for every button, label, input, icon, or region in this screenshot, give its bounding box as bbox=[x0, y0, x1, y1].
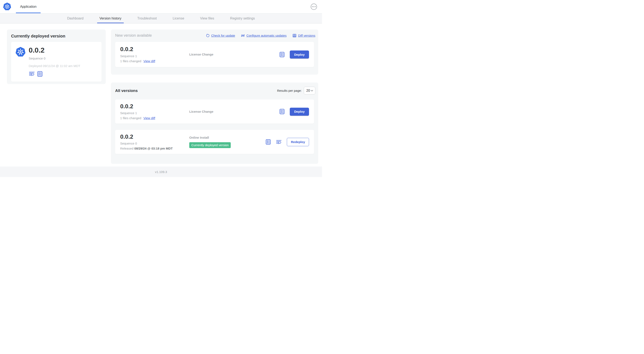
version-row: 0.0.2 Sequence 0 Released 08/29/24 @ 03:… bbox=[115, 130, 314, 154]
results-per-page-select[interactable]: 20 bbox=[304, 87, 315, 95]
config-checklist-button[interactable] bbox=[279, 52, 285, 57]
app-header: Application bbox=[0, 0, 322, 14]
console-version: v1.109.3 bbox=[155, 170, 167, 174]
tab-view-files[interactable]: View files bbox=[192, 14, 222, 23]
version-row: 0.0.2 Sequence 1 1 files changed View di… bbox=[115, 100, 314, 124]
currently-deployed-panel: Currently deployed version bbox=[7, 30, 106, 84]
version-sequence: Sequence 1 bbox=[120, 54, 189, 58]
refresh-icon bbox=[206, 34, 210, 38]
config-checklist-button[interactable] bbox=[279, 109, 285, 114]
tab-dashboard[interactable]: Dashboard bbox=[59, 14, 92, 23]
tab-version-history[interactable]: Version history bbox=[92, 14, 130, 23]
view-diff-link[interactable]: View diff bbox=[144, 116, 155, 120]
check-for-update-link[interactable]: Check for update bbox=[206, 34, 235, 38]
tab-troubleshoot[interactable]: Troubleshoot bbox=[130, 14, 165, 23]
version-source-label: Online Install bbox=[189, 136, 209, 139]
all-versions-title: All versions bbox=[115, 88, 138, 93]
deploy-button[interactable]: Deploy bbox=[290, 108, 309, 116]
version-source-label: License Change bbox=[189, 110, 213, 113]
currently-deployed-badge: Currently deployed version bbox=[189, 142, 231, 148]
results-per-page-label: Results per page: bbox=[277, 89, 302, 92]
schedule-sync-icon bbox=[241, 34, 245, 38]
more-options-button[interactable] bbox=[311, 4, 317, 10]
files-changed-label: 1 files changed bbox=[120, 116, 141, 120]
app-subnav: Dashboard Version history Troubleshoot L… bbox=[0, 14, 322, 24]
new-version-card: 0.0.2 Sequence 1 1 files changed View di… bbox=[115, 42, 314, 67]
deployed-sequence: Sequence 0 bbox=[29, 57, 80, 60]
version-sequence: Sequence 0 bbox=[120, 142, 189, 145]
version-number: 0.0.2 bbox=[120, 103, 189, 109]
ellipsis-menu-icon bbox=[312, 6, 313, 7]
app-tab-application[interactable]: Application bbox=[16, 0, 40, 13]
release-notes-button[interactable] bbox=[276, 140, 282, 144]
lines-magnifier-icon bbox=[276, 140, 282, 144]
new-version-title: New version available bbox=[115, 33, 152, 38]
view-diff-link[interactable]: View diff bbox=[144, 59, 155, 63]
version-source-label: License Change bbox=[189, 53, 213, 56]
tab-license[interactable]: License bbox=[165, 14, 192, 23]
chevron-down-icon bbox=[311, 90, 313, 92]
deployed-panel-title: Currently deployed version bbox=[11, 34, 102, 39]
active-tab-underline bbox=[16, 13, 40, 13]
deployed-version-number: 0.0.2 bbox=[29, 47, 80, 54]
files-changed-label: 1 files changed bbox=[120, 59, 141, 63]
deployed-timestamp: Deployed 09/11/24 @ 11:02 am MDT bbox=[29, 64, 80, 68]
redeploy-button[interactable]: Redeploy bbox=[287, 138, 309, 146]
kubernetes-logo-icon bbox=[3, 0, 11, 13]
diff-versions-link[interactable]: Diff versions bbox=[292, 34, 315, 38]
checklist-icon bbox=[37, 71, 43, 77]
checklist-icon bbox=[279, 109, 285, 114]
release-notes-button[interactable] bbox=[29, 72, 35, 76]
released-timestamp: Released 08/29/24 @ 03:18 pm MDT bbox=[120, 147, 189, 150]
config-checklist-button[interactable] bbox=[37, 71, 43, 77]
deploy-button[interactable]: Deploy bbox=[290, 51, 309, 59]
checklist-icon bbox=[266, 139, 271, 145]
app-tab-label: Application bbox=[20, 5, 36, 9]
main-content: Currently deployed version bbox=[0, 24, 322, 167]
version-sequence: Sequence 1 bbox=[120, 111, 189, 115]
checklist-icon bbox=[279, 52, 285, 57]
app-footer: v1.109.3 bbox=[0, 167, 322, 177]
new-version-panel: New version available Check for update bbox=[111, 30, 318, 75]
tab-registry-settings[interactable]: Registry settings bbox=[222, 14, 263, 23]
deployed-version-card: 0.0.2 Sequence 0 Deployed 09/11/24 @ 11:… bbox=[11, 42, 102, 82]
config-checklist-button[interactable] bbox=[266, 139, 271, 145]
version-number: 0.0.2 bbox=[120, 46, 189, 52]
all-versions-panel: All versions Results per page: 20 0.0.2 … bbox=[111, 83, 318, 164]
configure-automatic-updates-link[interactable]: Configure automatic updates bbox=[241, 34, 286, 38]
lines-magnifier-icon bbox=[29, 72, 35, 76]
kubernetes-logo-icon bbox=[15, 47, 26, 77]
per-page-value: 20 bbox=[306, 89, 310, 93]
version-number: 0.0.2 bbox=[120, 134, 189, 140]
diff-columns-icon bbox=[292, 34, 296, 38]
